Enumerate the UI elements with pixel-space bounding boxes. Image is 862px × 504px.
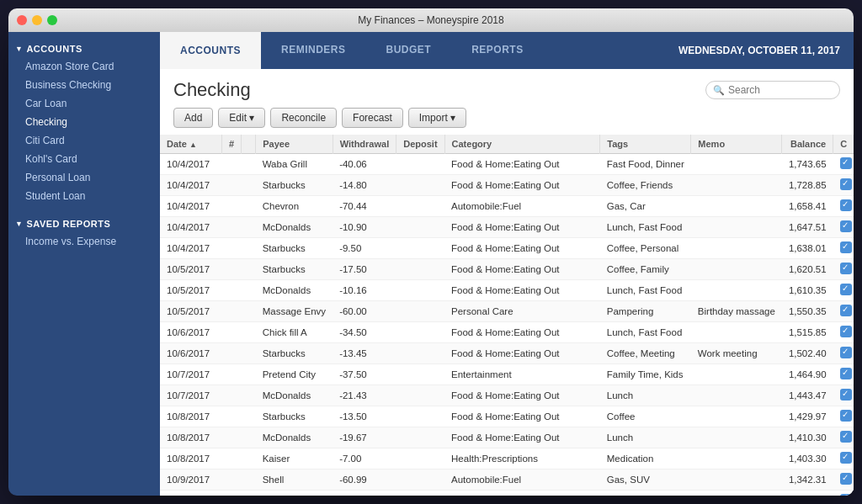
maximize-button[interactable] xyxy=(47,15,57,25)
table-row[interactable]: 10/8/2017Starbucks-13.50Food & Home:Eati… xyxy=(160,406,854,427)
table-row[interactable]: 10/4/2017Starbucks-9.50Food & Home:Eatin… xyxy=(160,238,854,259)
col-withdrawal[interactable]: Withdrawal xyxy=(333,135,396,154)
col-category[interactable]: Category xyxy=(444,135,600,154)
table-cell xyxy=(242,238,256,259)
table-row[interactable]: 10/6/2017Chick fill A-34.50Food & Home:E… xyxy=(160,322,854,343)
table-cell xyxy=(222,280,242,301)
col-date[interactable]: Date ▲ xyxy=(160,135,222,154)
cleared-checkbox[interactable] xyxy=(840,494,852,496)
cleared-checkbox[interactable] xyxy=(840,431,852,443)
table-row[interactable]: 10/7/2017McDonalds-21.43Food & Home:Eati… xyxy=(160,385,854,406)
tab-reminders[interactable]: REMINDERS xyxy=(261,32,366,69)
sidebar-item-business-checking[interactable]: Business Checking xyxy=(8,76,160,94)
cleared-checkbox[interactable] xyxy=(840,241,852,253)
table-cell: McDonalds xyxy=(256,427,333,448)
table-cell: Lunch xyxy=(600,427,691,448)
table-cell xyxy=(222,491,242,496)
table-row[interactable]: 10/7/2017Pretend City-37.50Entertainment… xyxy=(160,364,854,385)
add-button[interactable]: Add xyxy=(173,108,213,128)
table-cell: Food & Home:Eating Out xyxy=(444,280,600,301)
cleared-checkbox[interactable] xyxy=(840,220,852,232)
table-cell: Waba Grill xyxy=(256,154,333,175)
col-deposit[interactable]: Deposit xyxy=(396,135,444,154)
table-cell xyxy=(222,301,242,322)
col-hash: # xyxy=(222,135,242,154)
search-box[interactable]: 🔍 xyxy=(705,81,840,99)
table-row[interactable]: 10/8/2017Kaiser-7.00Health:Prescriptions… xyxy=(160,448,854,470)
cleared-checkbox[interactable] xyxy=(840,473,852,485)
table-cell: Coffee, Personal xyxy=(600,238,691,259)
table-row[interactable]: 10/4/2017Chevron-70.44Automobile:FuelGas… xyxy=(160,196,854,217)
cleared-checkbox[interactable] xyxy=(840,178,852,190)
table-row[interactable]: 10/5/2017Starbucks-17.50Food & Home:Eati… xyxy=(160,259,854,280)
table-cell: Food & Home:Eating Out xyxy=(444,322,600,343)
table-cell: Food & Home:Eating Out xyxy=(444,343,600,364)
sidebar-item-amazon-store-card[interactable]: Amazon Store Card xyxy=(8,57,160,76)
col-payee[interactable]: Payee xyxy=(256,135,333,154)
table-cell: 1,647.51 xyxy=(782,217,833,238)
table-container[interactable]: Date ▲ # Payee Withdrawal Deposit Catego… xyxy=(160,135,854,496)
table-cell: 1,502.40 xyxy=(782,343,833,364)
sidebar-item-checking[interactable]: Checking xyxy=(8,113,160,131)
table-row[interactable]: 10/6/2017Starbucks-13.45Food & Home:Eati… xyxy=(160,343,854,364)
table-cell xyxy=(691,427,782,448)
sidebar-item-student-loan[interactable]: Student Loan xyxy=(8,187,160,205)
table-cell: Automobile:Fuel xyxy=(444,196,600,217)
reconcile-button[interactable]: Reconcile xyxy=(270,108,337,128)
table-cell xyxy=(396,280,444,301)
table-row[interactable]: 10/8/2017McDonalds-19.67Food & Home:Eati… xyxy=(160,427,854,448)
cleared-checkbox[interactable] xyxy=(840,410,852,422)
minimize-button[interactable] xyxy=(32,15,42,25)
tab-reports[interactable]: REPORTS xyxy=(451,32,544,69)
table-cell: 10/8/2017 xyxy=(160,427,222,448)
cleared-checkbox[interactable] xyxy=(840,263,852,274)
cleared-checkbox[interactable] xyxy=(840,284,852,295)
table-row[interactable]: 10/5/2017Massage Envy-60.00Personal Care… xyxy=(160,301,854,322)
table-row[interactable]: 10/10/2017Starbucks-9.50Food & Home:Eati… xyxy=(160,491,854,496)
import-button[interactable]: Import ▾ xyxy=(408,108,466,128)
search-input[interactable] xyxy=(728,84,829,96)
table-cell xyxy=(222,322,242,343)
accounts-section-header[interactable]: ▼ ACCOUNTS xyxy=(8,39,160,57)
table-row[interactable]: 10/9/2017Shell-60.99Automobile:FuelGas, … xyxy=(160,470,854,491)
table-cell: 1,403.30 xyxy=(782,448,833,470)
cleared-checkbox[interactable] xyxy=(840,326,852,337)
col-tags[interactable]: Tags xyxy=(600,135,691,154)
table-cell xyxy=(833,238,854,259)
table-cell: 1,410.30 xyxy=(782,427,833,448)
sidebar-item-citi-card[interactable]: Citi Card xyxy=(8,131,160,150)
col-cleared[interactable]: C xyxy=(833,135,854,154)
sidebar-item-kohls-card[interactable]: Kohl's Card xyxy=(8,150,160,168)
table-cell xyxy=(396,217,444,238)
cleared-checkbox[interactable] xyxy=(840,389,852,401)
table-cell xyxy=(396,491,444,496)
table-row[interactable]: 10/4/2017Starbucks-14.80Food & Home:Eati… xyxy=(160,175,854,196)
forecast-button[interactable]: Forecast xyxy=(342,108,403,128)
table-cell: McDonalds xyxy=(256,217,333,238)
table-cell: Gas, Car xyxy=(600,196,691,217)
table-cell xyxy=(396,301,444,322)
col-memo[interactable]: Memo xyxy=(691,135,782,154)
cleared-checkbox[interactable] xyxy=(840,368,852,379)
table-row[interactable]: 10/5/2017McDonalds-10.16Food & Home:Eati… xyxy=(160,280,854,301)
sidebar-item-personal-loan[interactable]: Personal Loan xyxy=(8,168,160,187)
cleared-checkbox[interactable] xyxy=(840,305,852,316)
close-button[interactable] xyxy=(17,15,27,25)
cleared-checkbox[interactable] xyxy=(840,157,852,169)
saved-reports-section-header[interactable]: ▼ SAVED REPORTS xyxy=(8,214,160,232)
table-row[interactable]: 10/4/2017Waba Grill-40.06Food & Home:Eat… xyxy=(160,154,854,175)
table-cell: Work meeting xyxy=(691,343,782,364)
edit-button[interactable]: Edit ▾ xyxy=(218,108,265,128)
sidebar-item-income-vs-expense[interactable]: Income vs. Expense xyxy=(8,232,160,251)
cleared-checkbox[interactable] xyxy=(840,199,852,211)
tab-accounts[interactable]: ACCOUNTS xyxy=(160,32,261,69)
table-cell xyxy=(242,343,256,364)
table-cell xyxy=(833,154,854,175)
cleared-checkbox[interactable] xyxy=(840,347,852,358)
tab-budget[interactable]: BUDGET xyxy=(366,32,452,69)
table-row[interactable]: 10/4/2017McDonalds-10.90Food & Home:Eati… xyxy=(160,217,854,238)
sidebar-item-car-loan[interactable]: Car Loan xyxy=(8,94,160,113)
col-balance[interactable]: Balance xyxy=(782,135,833,154)
table-cell xyxy=(396,175,444,196)
cleared-checkbox[interactable] xyxy=(840,452,852,464)
